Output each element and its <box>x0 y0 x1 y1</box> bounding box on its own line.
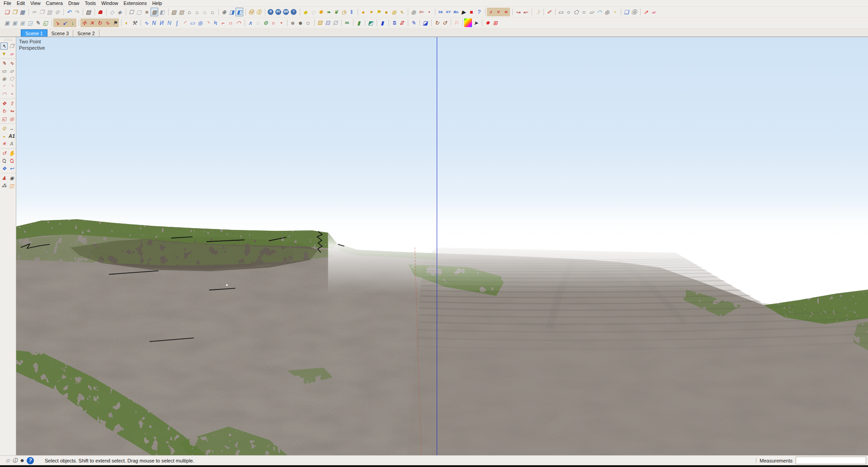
green-pill-icon[interactable]: ▮ <box>355 19 363 27</box>
stopwatch-icon[interactable]: ◔ <box>425 8 433 16</box>
lt-arc3-icon[interactable]: ◠ <box>0 90 8 98</box>
lt-scale-icon[interactable]: ◱ <box>0 115 8 122</box>
print-icon[interactable]: ▤ <box>85 8 92 16</box>
bz-spiral-icon[interactable]: ◎ <box>196 19 204 27</box>
terr-c-icon[interactable]: ↻ <box>96 19 104 27</box>
axes-arrow-icon[interactable]: ⇗ <box>642 8 650 16</box>
shape-parallelogram-icon[interactable]: ▱ <box>588 8 595 16</box>
lt-walk-icon[interactable]: ⁂ <box>0 182 8 189</box>
st-help-icon[interactable]: ? <box>27 457 34 464</box>
bz-n5-icon[interactable]: ∧ <box>246 19 254 27</box>
wedge-blue-icon[interactable]: ◲ <box>26 19 34 27</box>
shell-icon[interactable]: ☽ <box>533 8 541 16</box>
dice-a-icon[interactable]: ⚄ <box>316 19 324 27</box>
wrench-green-icon[interactable]: ⚙ <box>262 19 269 27</box>
icon-56-icon[interactable]: 56 <box>343 19 351 27</box>
help-blue-icon[interactable]: ? <box>475 8 483 16</box>
undo-icon[interactable]: ↶ <box>65 8 73 16</box>
x-teal-icon[interactable]: ◪ <box>421 19 429 27</box>
skin-xy-icon[interactable]: XY <box>444 8 452 16</box>
monochrome-icon[interactable]: ◧ <box>158 8 166 16</box>
bz-wave-icon[interactable]: ∿ <box>142 19 150 27</box>
plugin-q-icon[interactable]: ? <box>291 9 297 15</box>
plugin-rt-icon[interactable]: RT <box>275 9 281 15</box>
scene-tab-3[interactable]: Scene 3 <box>47 30 74 37</box>
pen-blue-icon[interactable]: ✎ <box>410 19 417 27</box>
back-edges-icon[interactable]: ◈ <box>116 8 123 16</box>
terr-blue-icon[interactable]: ↙ <box>61 19 69 27</box>
shape-circle-icon[interactable]: ○ <box>565 8 572 16</box>
bz-c1-icon[interactable]: ◜ <box>181 19 189 27</box>
hidden-line-icon[interactable]: ▢ <box>135 8 143 16</box>
st-person-icon[interactable]: ☻ <box>19 457 26 464</box>
terr-green-icon[interactable]: ↓ <box>69 19 76 27</box>
shape-circle2-icon[interactable]: ◎ <box>603 8 611 16</box>
table-red-icon[interactable]: ⊞ <box>491 19 499 27</box>
bz-rect-icon[interactable]: ▭ <box>189 19 196 27</box>
lt-rotate-icon[interactable]: ↻ <box>0 107 8 115</box>
shape-ellipse-icon[interactable]: ○ <box>580 8 588 16</box>
lt-zoomprev-icon[interactable]: ↩ <box>8 165 15 172</box>
back-view-icon[interactable]: ⌂ <box>201 8 208 16</box>
sun-red-icon[interactable]: ✹ <box>484 19 491 27</box>
two-point-view-icon[interactable]: ◧ <box>236 8 243 16</box>
lt-poscam-icon[interactable]: ♟ <box>0 174 8 182</box>
bz-u1-icon[interactable]: ∩ <box>227 19 235 27</box>
lt-rotrect-icon[interactable]: ▱ <box>8 67 15 75</box>
eraser-pink-icon[interactable]: ▰ <box>650 8 657 16</box>
bar-blue-icon[interactable]: ▮ <box>378 19 386 27</box>
flag-pink-icon[interactable]: ⚐ <box>453 19 460 27</box>
arrows-down-icon[interactable]: ⇵ <box>398 19 406 27</box>
lt-followme-icon[interactable]: ↬ <box>8 107 15 115</box>
skin-bub-icon[interactable]: Bu <box>452 8 460 16</box>
curve-a-icon[interactable]: ↝ <box>514 8 522 16</box>
prev-view-icon[interactable]: ◨ <box>228 8 236 16</box>
terr-red-icon[interactable]: ↘ <box>53 19 61 27</box>
box-a-icon[interactable]: ▣ <box>3 19 11 27</box>
drape-blue-icon[interactable]: ❏ <box>623 8 630 16</box>
st-geo-icon[interactable]: ◍ <box>4 457 11 464</box>
lt-rect-icon[interactable]: ▭ <box>0 67 8 75</box>
flag-teal-icon[interactable]: ◩ <box>367 19 374 27</box>
bz-n4-icon[interactable]: Ϟ <box>212 19 219 27</box>
cut-icon[interactable]: ✂ <box>30 8 38 16</box>
redo-icon[interactable]: ↷ <box>73 8 80 16</box>
bz-c2-icon[interactable]: ◝ <box>204 19 212 27</box>
zoom-extents-cam-icon[interactable]: ⊕ <box>220 8 228 16</box>
tag-icon[interactable]: ◆ <box>302 8 309 16</box>
shaded-textures-icon[interactable]: ▩ <box>151 8 158 16</box>
menu-camera[interactable]: Camera <box>43 0 66 6</box>
erase-all-icon[interactable]: ⊘ <box>53 8 61 16</box>
lt-section-icon[interactable]: ◫ <box>8 182 15 189</box>
lt-protractor-icon[interactable]: ◒ <box>0 132 8 140</box>
spiral-a-icon[interactable]: ↻ <box>433 19 441 27</box>
lt-freehand-icon[interactable]: ∿ <box>8 60 15 67</box>
bz-n1-icon[interactable]: N <box>150 19 158 27</box>
pencil-red-icon[interactable]: ✐ <box>545 8 553 16</box>
left-view-icon[interactable]: ⌂ <box>208 8 216 16</box>
lt-zoomext-icon[interactable]: ✥ <box>0 165 8 172</box>
shaded-icon[interactable]: ■ <box>143 8 151 16</box>
compass-icon[interactable]: ◎ <box>410 8 417 16</box>
lt-offset-icon[interactable]: ◎ <box>8 115 15 122</box>
bz-j-icon[interactable]: ∫ <box>173 19 181 27</box>
shape-pie-icon[interactable]: ◔ <box>611 8 618 16</box>
front-view-icon[interactable]: ⌂ <box>185 8 193 16</box>
head-b-icon[interactable]: ☻ <box>297 19 304 27</box>
bz-pie-icon[interactable]: ◔ <box>277 19 285 27</box>
shape-arc-icon[interactable]: ◠ <box>595 8 603 16</box>
grass-a-icon[interactable]: ❧ <box>325 8 332 16</box>
cursor-black-icon[interactable]: ➤ <box>472 19 480 27</box>
xray-icon[interactable]: ◇ <box>108 8 116 16</box>
bz-n3-icon[interactable]: N <box>165 19 173 27</box>
skin-icon[interactable]: Sk <box>437 8 444 16</box>
warehouse-icon[interactable]: ☗ <box>96 8 104 16</box>
lt-pie-icon[interactable]: ◔ <box>8 90 15 98</box>
spin-top-icon[interactable]: ✦ <box>367 8 375 16</box>
play-icon[interactable]: ▶ <box>460 8 467 16</box>
copy-icon[interactable]: ❐ <box>38 8 46 16</box>
measurements-input[interactable] <box>796 457 866 464</box>
lt-component-icon[interactable]: ❒ <box>8 42 15 50</box>
lt-dimension-icon[interactable]: ↔ <box>8 125 15 132</box>
st-info-icon[interactable]: ⓘ <box>11 457 19 464</box>
